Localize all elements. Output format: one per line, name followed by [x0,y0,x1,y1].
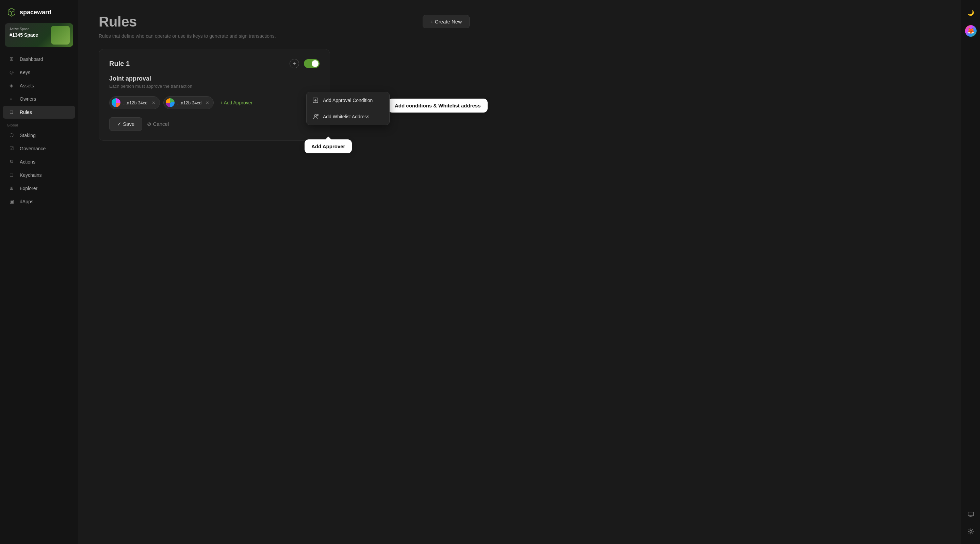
global-section-label: Global [0,119,78,128]
keys-icon: ◎ [10,69,16,76]
rule-type-title: Joint approval [109,75,320,82]
space-card[interactable]: Active Space #1345 Space [5,23,73,47]
create-new-button[interactable]: + Create New [423,15,469,28]
main-content: Rules + Create New Rules that define who… [78,0,490,272]
tooltip-approver: Add Approver [305,140,352,153]
rules-icon: ◻ [10,109,16,115]
keychains-icon: ◻ [10,172,16,178]
approver-avatar-1 [111,98,121,107]
space-decoration [51,26,70,44]
rule-header: Rule 1 + [109,59,320,68]
save-button[interactable]: ✓ Save [109,117,142,131]
explorer-icon: ⊞ [10,185,16,192]
dropdown-menu: Add Approval Condition Add Whitelist Add… [306,92,390,125]
approver-remove-2[interactable]: ✕ [205,100,209,105]
dapps-icon: ▣ [10,198,16,205]
page-title: Rules [99,14,137,30]
cancel-button[interactable]: ⊘ Cancel [147,121,169,127]
sidebar-item-staking[interactable]: ⬡Staking [3,129,75,142]
global-items: ⬡Staking☑Governance↻Actions◻Keychains⊞Ex… [0,128,78,208]
approver-chip-1: ...a12b 34cd ✕ [109,96,160,109]
rule-add-button[interactable]: + [290,59,299,68]
sidebar-item-actions[interactable]: ↻Actions [3,155,75,168]
assets-icon: ◈ [10,82,16,89]
rule-toggle[interactable] [304,59,320,68]
logo-icon [7,8,16,17]
nav-items: ⊞Dashboard◎Keys◈Assets○Owners◻Rules [0,52,78,119]
approver-addr-2: ...a12b 34cd [177,100,202,105]
sidebar-item-assets[interactable]: ◈Assets [3,79,75,92]
add-approval-icon [312,97,319,104]
nav-label-assets: Assets [20,83,34,89]
approver-remove-1[interactable]: ✕ [152,100,156,105]
nav-label-dapps: dApps [20,199,33,205]
approver-addr-1: ...a12b 34cd [123,100,148,105]
sidebar-item-dapps[interactable]: ▣dApps [3,195,75,208]
svg-point-1 [314,114,317,117]
add-whitelist-icon [312,113,319,120]
rule-type-desc: Each person must approve the transaction [109,84,320,89]
staking-icon: ⬡ [10,132,16,138]
rule-header-actions: + [290,59,320,68]
sidebar-item-keychains[interactable]: ◻Keychains [3,169,75,182]
nav-label-explorer: Explorer [20,186,37,191]
logo-area: spaceward [0,0,78,23]
dropdown-label-approval: Add Approval Condition [323,98,372,103]
page-header: Rules + Create New [99,14,469,30]
dashboard-icon: ⊞ [10,56,16,62]
nav-label-owners: Owners [20,96,36,102]
dropdown-item-add-approval[interactable]: Add Approval Condition [307,92,389,108]
sidebar-item-rules[interactable]: ◻Rules [3,106,75,119]
nav-label-rules: Rules [20,109,32,115]
rule-title: Rule 1 [109,60,130,68]
approver-chip-2: ...a12b 34cd ✕ [163,96,214,109]
sidebar-item-dashboard[interactable]: ⊞Dashboard [3,53,75,66]
nav-label-governance: Governance [20,146,46,151]
sidebar-item-governance[interactable]: ☑Governance [3,142,75,155]
add-approver-button[interactable]: + Add Approver [217,98,255,107]
page-subtitle: Rules that define who can operate or use… [99,33,469,39]
owners-icon: ○ [10,96,16,102]
actions-icon: ↻ [10,159,16,165]
dropdown-item-add-whitelist[interactable]: Add Whitelist Address [307,108,389,125]
nav-label-actions: Actions [20,159,35,165]
dropdown-label-whitelist: Add Whitelist Address [323,114,369,119]
nav-label-staking: Staking [20,133,36,138]
sidebar-item-keys[interactable]: ◎Keys [3,66,75,79]
action-row: ✓ Save ⊘ Cancel [109,117,320,131]
sidebar-item-explorer[interactable]: ⊞Explorer [3,182,75,195]
nav-label-keys: Keys [20,70,30,75]
rule-card: Rule 1 + Joint approval Each person must… [99,49,330,141]
sidebar-item-owners[interactable]: ○Owners [3,92,75,105]
tooltip-conditions: Add conditions & Whitelist address [388,98,488,113]
nav-label-dashboard: Dashboard [20,56,43,62]
approver-avatar-2 [166,98,175,107]
sidebar: spaceward Active Space #1345 Space ⊞Dash… [0,0,78,272]
approvers-row: ...a12b 34cd ✕ ...a12b 34cd ✕ + Add Appr… [109,96,320,109]
governance-icon: ☑ [10,146,16,152]
nav-label-keychains: Keychains [20,172,42,178]
app-name: spaceward [20,9,51,16]
